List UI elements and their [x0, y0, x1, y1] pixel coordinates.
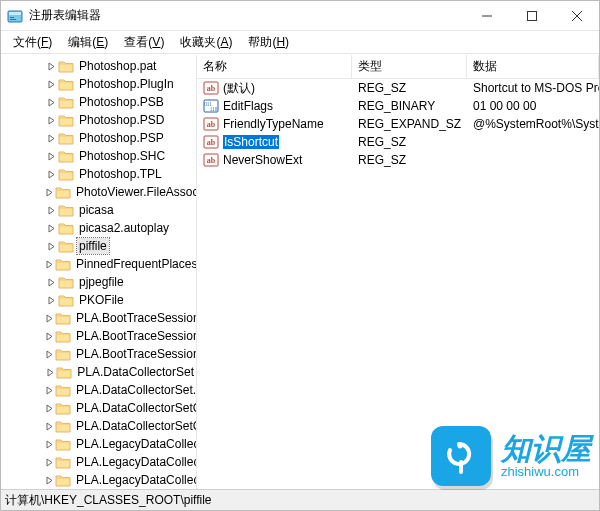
tree-item[interactable]: Photoshop.pat	[1, 57, 196, 75]
tree-item[interactable]: PLA.BootTraceSessionCollection	[1, 345, 196, 363]
expander-icon[interactable]	[45, 404, 54, 413]
titlebar: 注册表编辑器	[1, 1, 599, 31]
tree-item-label: piffile	[77, 238, 109, 254]
column-header-data[interactable]: 数据	[467, 55, 599, 78]
tree-item-label: PLA.DataCollectorSetCollection.1	[74, 418, 197, 434]
expander-icon[interactable]	[45, 332, 54, 341]
expander-icon[interactable]	[45, 260, 54, 269]
expander-icon[interactable]	[45, 62, 57, 71]
expander-icon[interactable]	[45, 80, 57, 89]
svg-rect-2	[10, 17, 14, 18]
status-path: 计算机\HKEY_CLASSES_ROOT\piffile	[5, 492, 212, 509]
tree-item[interactable]: PLA.LegacyDataCollectorSet.1	[1, 453, 196, 471]
tree-item[interactable]: Photoshop.PSD	[1, 111, 196, 129]
tree-item-label: Photoshop.PlugIn	[77, 76, 176, 92]
expander-icon[interactable]	[45, 386, 54, 395]
tree-item[interactable]: PLA.BootTraceSession.1	[1, 327, 196, 345]
folder-icon	[55, 329, 71, 343]
expander-icon[interactable]	[45, 224, 57, 233]
list-row[interactable]: (默认)REG_SZShortcut to MS-DOS Program	[197, 79, 599, 97]
list-row[interactable]: IsShortcutREG_SZ	[197, 133, 599, 151]
svg-rect-5	[527, 11, 536, 20]
body-split: Photoshop.patPhotoshop.PlugInPhotoshop.P…	[1, 54, 599, 489]
tree-item[interactable]: Photoshop.PlugIn	[1, 75, 196, 93]
value-data: @%SystemRoot%\System32\shell32.dll	[467, 117, 599, 131]
tree-item[interactable]: PLA.BootTraceSession	[1, 309, 196, 327]
tree-item[interactable]: Photoshop.PSP	[1, 129, 196, 147]
column-header-name[interactable]: 名称	[197, 55, 352, 78]
tree-item[interactable]: PLA.DataCollectorSetCollection	[1, 399, 196, 417]
menu-item[interactable]: 编辑(E)	[62, 32, 114, 53]
expander-icon[interactable]	[45, 458, 54, 467]
folder-icon	[58, 113, 74, 127]
tree-item[interactable]: Photoshop.TPL	[1, 165, 196, 183]
tree-item[interactable]: pjpegfile	[1, 273, 196, 291]
tree-item[interactable]: PLA.LegacyDataCollectorSetCollection	[1, 471, 196, 489]
expander-icon[interactable]	[45, 350, 54, 359]
tree-pane[interactable]: Photoshop.patPhotoshop.PlugInPhotoshop.P…	[1, 55, 197, 489]
tree-item[interactable]: piffile	[1, 237, 196, 255]
tree-item[interactable]: picasa	[1, 201, 196, 219]
reg-string-icon	[203, 134, 219, 150]
window-title: 注册表编辑器	[29, 7, 464, 24]
tree-item[interactable]: picasa2.autoplay	[1, 219, 196, 237]
folder-icon	[55, 185, 71, 199]
menu-item[interactable]: 文件(F)	[7, 32, 58, 53]
list-pane[interactable]: 名称 类型 数据 (默认)REG_SZShortcut to MS-DOS Pr…	[197, 55, 599, 489]
expander-icon[interactable]	[45, 422, 54, 431]
tree-item-label: PinnedFrequentPlaces	[74, 256, 197, 272]
expander-icon[interactable]	[45, 170, 57, 179]
value-type: REG_BINARY	[352, 99, 467, 113]
column-header-type[interactable]: 类型	[352, 55, 467, 78]
tree-item[interactable]: PLA.DataCollectorSet	[1, 363, 196, 381]
value-type: REG_EXPAND_SZ	[352, 117, 467, 131]
minimize-button[interactable]	[464, 1, 509, 30]
value-name: NeverShowExt	[223, 153, 302, 167]
value-name: EditFlags	[223, 99, 273, 113]
tree-item[interactable]: PinnedFrequentPlaces	[1, 255, 196, 273]
tree-item-label: PLA.LegacyDataCollectorSet.1	[74, 454, 197, 470]
expander-icon[interactable]	[45, 314, 54, 323]
menu-item[interactable]: 收藏夹(A)	[174, 32, 238, 53]
expander-icon[interactable]	[45, 242, 57, 251]
expander-icon[interactable]	[45, 188, 54, 197]
tree-item-label: picasa	[77, 202, 116, 218]
statusbar: 计算机\HKEY_CLASSES_ROOT\piffile	[1, 489, 599, 510]
list-row[interactable]: NeverShowExtREG_SZ	[197, 151, 599, 169]
tree-item[interactable]: PLA.LegacyDataCollectorSet	[1, 435, 196, 453]
expander-icon[interactable]	[45, 296, 57, 305]
expander-icon[interactable]	[45, 476, 54, 485]
expander-icon[interactable]	[45, 98, 57, 107]
expander-icon[interactable]	[45, 116, 57, 125]
expander-icon[interactable]	[45, 440, 54, 449]
list-row[interactable]: FriendlyTypeNameREG_EXPAND_SZ@%SystemRoo…	[197, 115, 599, 133]
tree-item-label: PLA.LegacyDataCollectorSetCollection	[74, 472, 197, 488]
folder-icon	[55, 401, 71, 415]
expander-icon[interactable]	[45, 134, 57, 143]
expander-icon[interactable]	[45, 278, 57, 287]
tree-item-label: PKOFile	[77, 292, 126, 308]
tree-item[interactable]: PKOFile	[1, 291, 196, 309]
value-type: REG_SZ	[352, 135, 467, 149]
expander-icon[interactable]	[45, 368, 55, 377]
tree-item[interactable]: Photoshop.SHC	[1, 147, 196, 165]
tree-item[interactable]: PLA.DataCollectorSetCollection.1	[1, 417, 196, 435]
folder-icon	[58, 239, 74, 253]
close-button[interactable]	[554, 1, 599, 30]
folder-icon	[55, 257, 71, 271]
maximize-button[interactable]	[509, 1, 554, 30]
folder-icon	[55, 347, 71, 361]
reg-string-icon	[203, 116, 219, 132]
menu-item[interactable]: 查看(V)	[118, 32, 170, 53]
value-data: Shortcut to MS-DOS Program	[467, 81, 599, 95]
list-row[interactable]: EditFlagsREG_BINARY01 00 00 00	[197, 97, 599, 115]
tree-item[interactable]: PLA.DataCollectorSet.1	[1, 381, 196, 399]
expander-icon[interactable]	[45, 152, 57, 161]
tree-item[interactable]: Photoshop.PSB	[1, 93, 196, 111]
menu-item[interactable]: 帮助(H)	[242, 32, 295, 53]
value-name: (默认)	[223, 80, 255, 97]
expander-icon[interactable]	[45, 206, 57, 215]
tree-item[interactable]: PhotoViewer.FileAssoc.Tiff	[1, 183, 196, 201]
folder-icon	[55, 437, 71, 451]
value-name: IsShortcut	[223, 135, 279, 149]
